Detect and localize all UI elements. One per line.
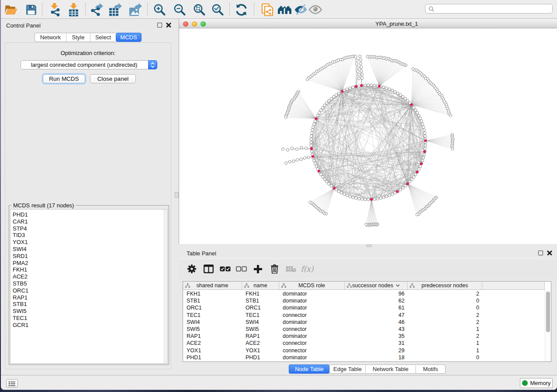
mcds-result-item[interactable]: PHD1 <box>13 211 167 218</box>
graph-node[interactable] <box>394 90 396 93</box>
mcds-result-item[interactable]: CAR1 <box>13 218 167 225</box>
graph-node[interactable] <box>315 165 318 168</box>
tab-style[interactable]: Style <box>66 33 90 42</box>
zoom-selected-button[interactable] <box>210 2 225 17</box>
graph-node[interactable] <box>288 160 291 163</box>
export-image-button[interactable] <box>127 2 143 17</box>
graph-node[interactable] <box>296 158 298 161</box>
column-header-name[interactable]: name <box>242 282 279 289</box>
table-scrollbar[interactable] <box>545 290 551 361</box>
vertical-splitter[interactable] <box>175 19 179 375</box>
splitter-grip-icon[interactable] <box>175 192 179 198</box>
graph-node[interactable] <box>412 175 415 178</box>
graph-node[interactable] <box>358 73 360 76</box>
delete-columns-button[interactable] <box>267 261 282 277</box>
graph-node-dominator[interactable] <box>315 117 318 120</box>
graph-node[interactable] <box>313 159 315 162</box>
graph-node[interactable] <box>373 84 376 87</box>
graph-node[interactable] <box>416 111 419 114</box>
graph-node[interactable] <box>332 96 335 98</box>
clone-network-button[interactable] <box>259 2 275 17</box>
graph-node[interactable] <box>330 185 332 187</box>
graph-node[interactable] <box>328 182 330 185</box>
graph-node[interactable] <box>319 109 322 111</box>
graph-node[interactable] <box>366 55 369 58</box>
hide-selected-button[interactable] <box>293 2 308 17</box>
graph-node[interactable] <box>379 197 382 199</box>
mcds-result-item[interactable]: SWI4 <box>13 246 167 253</box>
graph-node[interactable] <box>355 62 358 65</box>
graph-node[interactable] <box>346 194 348 197</box>
graph-node[interactable] <box>356 70 359 72</box>
graph-node[interactable] <box>352 196 354 199</box>
tab-network[interactable]: Network <box>35 33 66 42</box>
zoom-out-button[interactable] <box>172 2 187 17</box>
graph-node[interactable] <box>411 178 413 181</box>
graph-node[interactable] <box>424 135 426 138</box>
mcds-result-item[interactable]: STB1 <box>13 301 167 308</box>
graph-node[interactable] <box>286 148 289 151</box>
table-row[interactable]: YOX1YOX1connector291 <box>183 347 545 354</box>
graph-node[interactable] <box>316 114 319 117</box>
table-row[interactable]: STB1STB1dominator620 <box>183 297 545 304</box>
table-row[interactable]: ORC1ORC1dominator610 <box>183 304 545 311</box>
graph-node-dominator[interactable] <box>360 84 363 87</box>
graph-node[interactable] <box>401 186 404 189</box>
graph-node-dominator[interactable] <box>311 155 314 158</box>
graph-node[interactable] <box>418 114 420 117</box>
graph-node[interactable] <box>323 178 326 181</box>
graph-node-dominator[interactable] <box>406 182 409 185</box>
graph-node[interactable] <box>391 193 394 196</box>
graph-node[interactable] <box>361 198 363 200</box>
graph-node[interactable] <box>361 77 363 79</box>
graph-node[interactable] <box>401 96 404 98</box>
mcds-result-item[interactable]: STB5 <box>13 280 167 287</box>
graph-node[interactable] <box>388 194 391 197</box>
mcds-result-item[interactable]: PMA2 <box>13 260 167 267</box>
delete-table-button[interactable] <box>284 261 298 277</box>
zoom-in-button[interactable] <box>152 2 167 17</box>
graph-node[interactable] <box>312 126 315 128</box>
graph-node[interactable] <box>419 165 422 168</box>
graph-node[interactable] <box>357 77 360 79</box>
table-row[interactable]: ACE2ACE2connector311 <box>183 340 545 347</box>
graph-node[interactable] <box>310 135 313 138</box>
tab-motifs[interactable]: Motifs <box>415 364 446 374</box>
graph-node-dominator[interactable] <box>424 140 427 142</box>
mcds-list-scrollbar[interactable] <box>164 210 167 363</box>
scrollbar-thumb[interactable] <box>546 292 550 332</box>
horizontal-splitter[interactable] <box>179 244 557 248</box>
mcds-result-item[interactable]: YOX1 <box>13 239 167 246</box>
graph-node-dominator[interactable] <box>318 170 320 172</box>
graph-node[interactable] <box>291 147 294 150</box>
table-row[interactable]: RAP1RAP1dominator352 <box>183 333 545 340</box>
column-header-mcds-role[interactable]: MCDS role <box>279 282 345 289</box>
graph-node[interactable] <box>399 188 401 191</box>
graph-node[interactable] <box>318 111 321 114</box>
graph-node[interactable] <box>356 66 359 69</box>
graph-node[interactable] <box>352 86 354 89</box>
graph-node[interactable] <box>311 132 313 134</box>
show-all-button[interactable] <box>308 2 323 17</box>
mcds-result-item[interactable]: TEC1 <box>13 315 167 322</box>
graph-node[interactable] <box>358 85 360 87</box>
export-network-button[interactable] <box>89 2 104 17</box>
graph-node[interactable] <box>385 195 388 198</box>
graph-node[interactable] <box>309 201 311 203</box>
mcds-result-item[interactable]: SWI5 <box>13 308 167 315</box>
column-header-successor-nodes[interactable]: successor nodes <box>345 282 408 289</box>
graph-node[interactable] <box>412 107 415 109</box>
tab-mcds[interactable]: MCDS <box>116 33 142 42</box>
graph-node[interactable] <box>284 116 287 118</box>
open-session-button[interactable] <box>3 2 19 17</box>
graph-node[interactable] <box>396 92 399 95</box>
graph-node-dominator[interactable] <box>410 103 413 106</box>
graph-node[interactable] <box>419 117 422 120</box>
graph-node[interactable] <box>330 97 332 100</box>
float-panel-icon[interactable] <box>538 251 543 255</box>
tab-edge-table[interactable]: Edge Table <box>329 364 365 374</box>
graph-node[interactable] <box>328 100 330 102</box>
show-columns-button[interactable] <box>201 261 216 277</box>
graph-node[interactable] <box>406 100 409 102</box>
graph-node[interactable] <box>359 62 362 65</box>
